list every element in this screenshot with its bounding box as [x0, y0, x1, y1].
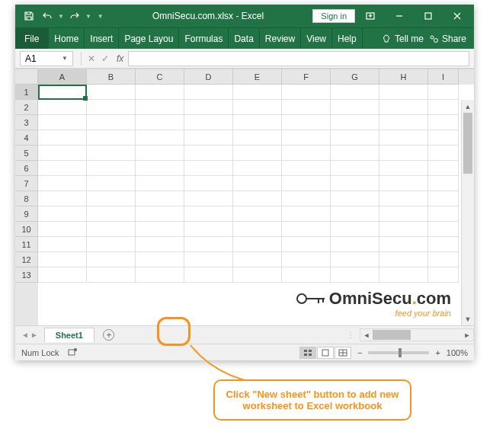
cell[interactable] [233, 161, 282, 176]
cell[interactable] [379, 85, 428, 100]
cell[interactable] [379, 115, 428, 130]
row-header[interactable]: 13 [15, 267, 38, 283]
redo-dropdown-icon[interactable]: ▼ [85, 13, 91, 20]
tab-home[interactable]: Home [49, 28, 85, 49]
macro-record-icon[interactable] [67, 347, 78, 359]
page-break-view-icon[interactable] [335, 347, 351, 359]
cell[interactable] [184, 252, 233, 267]
save-icon[interactable] [21, 8, 37, 24]
cell[interactable] [136, 191, 184, 206]
cell[interactable] [428, 176, 459, 191]
cell[interactable] [184, 237, 233, 252]
cell[interactable] [331, 100, 379, 115]
cell[interactable] [428, 161, 459, 176]
cell[interactable] [87, 237, 136, 252]
row-header[interactable]: 1 [15, 85, 38, 100]
cell[interactable] [87, 206, 136, 222]
cell[interactable] [233, 222, 282, 237]
cell[interactable] [379, 206, 428, 222]
horizontal-scrollbar[interactable]: ◄ ► [360, 328, 474, 341]
close-icon[interactable] [443, 5, 471, 27]
cell[interactable] [331, 176, 379, 191]
cell[interactable] [38, 206, 87, 222]
cell[interactable] [331, 237, 379, 252]
cell[interactable] [87, 267, 136, 283]
redo-icon[interactable] [67, 8, 82, 24]
row-header[interactable]: 6 [15, 161, 38, 176]
cell[interactable] [331, 206, 379, 222]
cell[interactable] [428, 206, 459, 222]
cell[interactable] [282, 176, 331, 191]
cell[interactable] [282, 222, 331, 237]
cell[interactable] [428, 191, 459, 206]
enter-icon[interactable]: ✓ [98, 53, 112, 64]
cell[interactable] [331, 115, 379, 130]
cell[interactable] [428, 146, 459, 161]
row-header[interactable]: 8 [15, 191, 38, 206]
undo-icon[interactable] [40, 8, 55, 24]
cell[interactable] [136, 206, 184, 222]
cell[interactable] [331, 252, 379, 267]
scroll-up-icon[interactable]: ▲ [462, 100, 474, 113]
signin-button[interactable]: Sign in [312, 9, 355, 23]
row-header[interactable]: 5 [15, 146, 38, 161]
cell[interactable] [136, 100, 184, 115]
scroll-thumb[interactable] [463, 113, 472, 174]
cancel-icon[interactable]: ✕ [85, 53, 98, 64]
row-header[interactable]: 10 [15, 222, 38, 237]
col-header[interactable]: B [87, 69, 136, 85]
cell[interactable] [379, 222, 428, 237]
cell[interactable] [379, 146, 428, 161]
cell[interactable] [331, 222, 379, 237]
row-header[interactable]: 9 [15, 206, 38, 222]
scroll-right-icon[interactable]: ► [461, 331, 473, 339]
tab-page-layout[interactable]: Page Layou [119, 28, 179, 49]
cell[interactable] [87, 161, 136, 176]
cell[interactable] [184, 267, 233, 283]
tab-review[interactable]: Review [260, 28, 301, 49]
cell[interactable] [87, 115, 136, 130]
cell[interactable] [184, 176, 233, 191]
sheet-next-icon[interactable]: ► [30, 331, 38, 339]
cell[interactable] [136, 146, 184, 161]
cell[interactable] [184, 115, 233, 130]
row-header[interactable]: 12 [15, 252, 38, 267]
select-all-corner[interactable] [15, 69, 38, 85]
cell[interactable] [38, 115, 87, 130]
col-header[interactable]: F [282, 69, 331, 85]
split-handle-icon[interactable]: ⋮ [342, 331, 360, 339]
fx-icon[interactable]: fx [117, 53, 123, 64]
scroll-left-icon[interactable]: ◄ [360, 331, 373, 339]
sheet-tab-active[interactable]: Sheet1 [44, 328, 94, 342]
cell[interactable] [233, 191, 282, 206]
cell[interactable] [233, 146, 282, 161]
cell[interactable] [38, 146, 87, 161]
col-header[interactable]: I [428, 69, 459, 85]
cell[interactable] [136, 115, 184, 130]
row-header[interactable]: 3 [15, 115, 38, 130]
cell[interactable] [282, 146, 331, 161]
cell[interactable] [136, 161, 184, 176]
cell[interactable] [136, 267, 184, 283]
cell[interactable] [184, 222, 233, 237]
cell[interactable] [428, 252, 459, 267]
cell[interactable] [428, 130, 459, 146]
cell[interactable] [233, 115, 282, 130]
scroll-thumb[interactable] [373, 330, 411, 340]
cell[interactable] [233, 237, 282, 252]
cell[interactable] [233, 176, 282, 191]
cell[interactable] [233, 206, 282, 222]
sheet-prev-icon[interactable]: ◄ [21, 331, 29, 339]
cell[interactable] [136, 130, 184, 146]
cells-area[interactable]: // generate blank cells structurally (no… [38, 85, 474, 325]
qat-customize-icon[interactable]: ▼ [98, 13, 104, 20]
cell[interactable] [379, 267, 428, 283]
cell[interactable] [87, 100, 136, 115]
tab-view[interactable]: View [301, 28, 332, 49]
cell[interactable] [282, 161, 331, 176]
zoom-in-icon[interactable]: + [435, 348, 440, 357]
cell[interactable] [331, 191, 379, 206]
normal-view-icon[interactable] [299, 347, 316, 359]
cell[interactable] [233, 100, 282, 115]
cell[interactable] [331, 85, 379, 100]
